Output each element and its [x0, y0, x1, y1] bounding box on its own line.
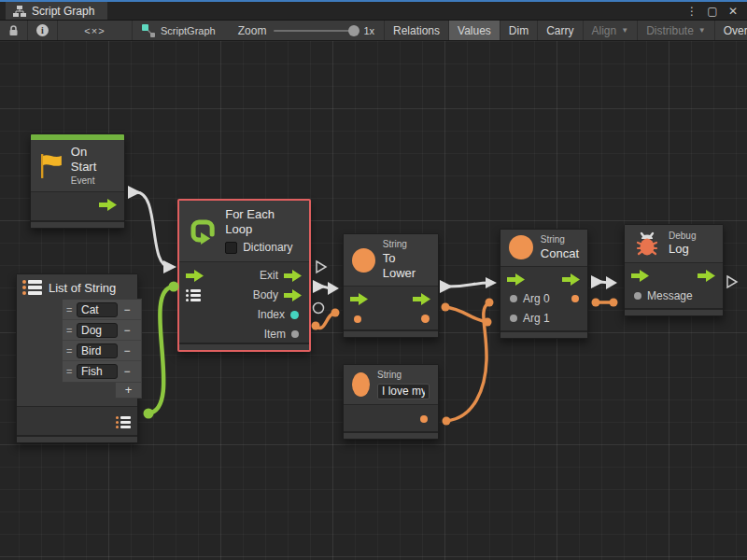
flow-input-port[interactable]: [350, 293, 369, 305]
lock-icon: [8, 25, 19, 36]
item-port-label: Item: [264, 328, 286, 341]
values-label: Values: [458, 24, 491, 37]
node-category: String: [541, 234, 579, 246]
concat-header[interactable]: String Concat: [500, 230, 587, 267]
list-item-row: = −: [63, 341, 141, 361]
remove-item-button[interactable]: −: [120, 365, 134, 378]
zoom-slider[interactable]: [274, 30, 356, 32]
distribute-button[interactable]: Distribute▼: [638, 21, 715, 40]
string-output-port[interactable]: [421, 315, 430, 323]
list-item-input[interactable]: [77, 364, 118, 379]
toolbar-right-group: Relations Values Dim Carry Align▼ Distri…: [385, 21, 747, 40]
body-flow-output-port[interactable]: [284, 289, 303, 301]
zoom-slider-handle[interactable]: [348, 25, 359, 36]
relations-button[interactable]: Relations: [385, 21, 449, 40]
string-output-port[interactable]: [420, 415, 428, 423]
zoom-control: Zoom 1x: [229, 21, 385, 40]
node-for-each-loop[interactable]: For Each Loop Dictionary Exit: [177, 199, 311, 352]
script-graph-window: Script Graph ⋮ ▢ ✕ i <×>: [0, 0, 747, 560]
for-each-header[interactable]: For Each Loop Dictionary: [179, 201, 309, 262]
index-port-label: Index: [258, 308, 285, 321]
remove-item-button[interactable]: −: [120, 324, 134, 337]
string-input-port[interactable]: [354, 315, 361, 323]
bug-icon: [633, 230, 661, 258]
arg1-label: Arg 1: [523, 312, 550, 325]
node-to-lower[interactable]: String To Lower: [343, 233, 439, 338]
node-title: Log: [669, 242, 696, 257]
message-input-port[interactable]: [634, 292, 641, 300]
debug-log-header[interactable]: Debug Log: [625, 225, 723, 263]
node-string-literal[interactable]: String: [343, 364, 439, 440]
node-footer: [500, 330, 587, 338]
add-item-button[interactable]: +: [115, 383, 142, 399]
node-footer: [625, 308, 723, 315]
flow-input-port[interactable]: [631, 270, 650, 282]
drag-handle-icon[interactable]: =: [66, 366, 74, 377]
window-close-icon[interactable]: ✕: [725, 5, 741, 18]
string-value-input[interactable]: [377, 384, 430, 399]
on-start-header[interactable]: On Start Event: [31, 140, 124, 192]
code-view-button[interactable]: <×>: [58, 21, 133, 40]
index-output-port[interactable]: [290, 311, 299, 319]
carry-button[interactable]: Carry: [538, 21, 583, 40]
list-editor: = − = − = − = −: [62, 299, 142, 383]
flow-output-port[interactable]: [562, 273, 581, 286]
node-on-start[interactable]: On Start Event: [30, 133, 125, 229]
flow-input-port[interactable]: [186, 270, 204, 282]
to-lower-header[interactable]: String To Lower: [344, 234, 438, 287]
string-type-icon: [509, 235, 533, 259]
dim-button[interactable]: Dim: [500, 21, 538, 40]
node-concat[interactable]: String Concat Arg 0 Arg 1: [500, 229, 588, 339]
zoom-label: Zoom: [238, 24, 267, 37]
remove-item-button[interactable]: −: [120, 303, 134, 316]
drag-handle-icon[interactable]: =: [66, 345, 74, 357]
drag-handle-icon[interactable]: =: [66, 325, 74, 336]
flow-output-port[interactable]: [698, 270, 716, 282]
overview-label: Overview: [724, 24, 747, 37]
node-list-of-string[interactable]: List of String = − = − = −: [16, 273, 138, 443]
list-item-row: = −: [63, 300, 141, 320]
list-input-port[interactable]: [186, 289, 201, 301]
remove-item-button[interactable]: −: [120, 344, 134, 357]
tab-title: Script Graph: [32, 5, 94, 18]
list-icon: [22, 280, 42, 295]
graph-tab-icon: [13, 6, 26, 17]
list-output-port[interactable]: [116, 416, 131, 428]
dictionary-checkbox[interactable]: [225, 242, 237, 254]
loop-icon: [188, 215, 218, 246]
exit-port-label: Exit: [260, 269, 278, 282]
inspect-button[interactable]: i: [28, 21, 58, 40]
list-item-input[interactable]: [77, 323, 118, 338]
flow-output-port[interactable]: [413, 293, 431, 305]
overview-button[interactable]: Overview: [715, 21, 747, 40]
body-port-label: Body: [253, 288, 278, 301]
window-maximize-icon[interactable]: ▢: [704, 5, 721, 18]
flow-input-port[interactable]: [507, 273, 526, 286]
lock-button[interactable]: [0, 21, 28, 40]
dictionary-label: Dictionary: [243, 241, 292, 255]
list-item-input[interactable]: [77, 343, 118, 358]
node-debug-log[interactable]: Debug Log Message: [624, 224, 724, 316]
string-literal-header[interactable]: String: [344, 365, 438, 405]
item-output-port[interactable]: [291, 330, 299, 338]
list-of-string-header[interactable]: List of String: [22, 280, 132, 295]
arg0-input-port[interactable]: [510, 295, 517, 302]
graph-selector[interactable]: ScriptGraph: [133, 21, 229, 40]
drag-handle-icon[interactable]: =: [66, 304, 74, 315]
list-item-input[interactable]: [77, 302, 118, 317]
node-title: Concat: [541, 246, 579, 261]
node-category: String: [377, 370, 430, 382]
flow-output-port[interactable]: [99, 199, 118, 211]
list-item-row: = −: [63, 361, 141, 382]
tab-script-graph[interactable]: Script Graph: [6, 2, 107, 20]
window-menu-icon[interactable]: ⋮: [684, 5, 700, 18]
align-button[interactable]: Align▼: [584, 21, 639, 40]
values-button[interactable]: Values: [449, 21, 500, 40]
string-output-port[interactable]: [571, 295, 579, 302]
string-type-icon: [352, 248, 375, 273]
message-label: Message: [647, 289, 693, 302]
exit-flow-output-port[interactable]: [284, 270, 303, 282]
node-title: For Each Loop: [225, 207, 301, 238]
toolbar-left-group: i <×> ScriptGraph Zoom 1x: [0, 21, 385, 40]
arg1-input-port[interactable]: [510, 315, 517, 322]
